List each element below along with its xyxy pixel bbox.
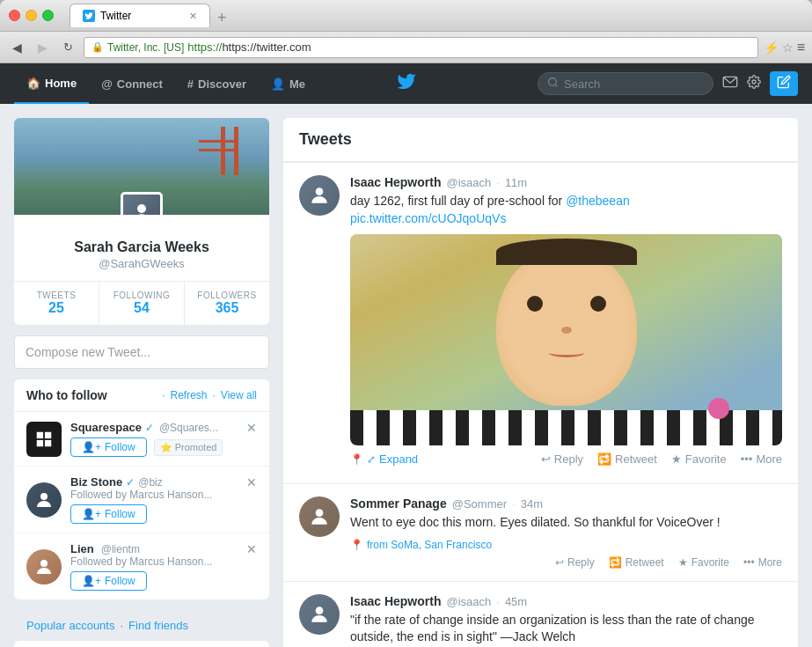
tweet-2-time: 34m [521,497,543,511]
nav-home[interactable]: 🏠 Home [14,63,89,104]
tweet-2-favorite-action[interactable]: ★ Favorite [678,556,729,569]
reply-icon: ↩ [541,452,551,466]
favorite-icon: ★ [671,452,682,466]
browser-toolbar: ◀ ▶ ↻ 🔒 Twitter, Inc. [US] https://https… [0,32,812,63]
tweet-2-reply-action[interactable]: ↩ Reply [555,556,595,569]
tweet-card-2: Sommer Panage @Sommer · 34m Went to eye … [283,484,798,582]
tweet-2-retweet-action[interactable]: 🔁 Retweet [609,556,664,569]
profile-info: Sarah Garcia Weeks @SarahGWeeks [14,215,269,281]
svg-point-12 [316,510,324,518]
tweet-2-body: Sommer Panage @Sommer · 34m Went to eye … [350,496,782,569]
view-all-link[interactable]: View all [221,389,257,401]
forward-button[interactable]: ▶ [33,38,53,57]
tweet-1-link1[interactable]: @thebeean [566,194,630,208]
biz-close-button[interactable]: ✕ [246,475,257,489]
lien-close-button[interactable]: ✕ [246,542,257,556]
svg-rect-6 [45,431,51,437]
url-text: https://https://twitter.com [187,40,311,54]
tweet-2-more-action[interactable]: ••• More [743,556,782,569]
main-feed: Tweets Isaac Hepworth @isaach · 11m [283,118,798,647]
profile-card: Sarah Garcia Weeks @SarahGWeeks TWEETS 2… [14,118,269,325]
nav-connect-label: Connect [117,77,163,91]
who-to-follow-header: Who to follow · Refresh · View all [14,379,269,412]
tweets-header: Tweets [283,118,798,162]
tweet-1-link2[interactable]: pic.twitter.com/cUOJqoUqVs [350,211,506,225]
svg-line-1 [555,85,557,86]
twitter-content: Sarah Garcia Weeks @SarahGWeeks TWEETS 2… [0,104,812,647]
back-button[interactable]: ◀ [7,38,27,57]
search-input[interactable] [564,77,687,91]
tweet-3-handle: @isaach [446,595,491,608]
search-icon [547,77,559,91]
mail-button[interactable] [722,76,738,92]
biz-handle: @biz [138,476,163,489]
tweet-1-favorite-action[interactable]: ★ Favorite [671,452,727,466]
squarespace-follow-button[interactable]: 👤+ Follow [70,437,147,457]
tweet-3-body: Isaac Hepworth @isaach · 45m "if the rat… [350,594,782,647]
lien-add-icon: 👤+ [82,575,101,587]
reload-button[interactable]: ↻ [58,38,78,56]
twitter-page: 🏠 Home @ Connect # Discover 👤 Me [0,63,812,647]
compose-tweet-box[interactable]: Compose new Tweet... [14,335,269,369]
star-button[interactable]: ☆ [782,40,794,55]
add-user-icon: 👤+ [82,441,101,453]
trends-header: Trends · Change [14,641,269,647]
reply-label: Reply [554,452,583,466]
tweet-1-expand[interactable]: Expand [379,452,418,466]
settings-button[interactable] [747,75,761,92]
tweet-1-retweet-action[interactable]: 🔁 Retweet [597,452,657,466]
nav-center [394,71,419,97]
popular-dot-separator: · [120,619,123,632]
minimize-window-button[interactable] [26,10,37,21]
followers-stat[interactable]: FOLLOWERS 365 [185,282,269,325]
dot-separator: · [162,389,165,401]
twitter-navbar: 🏠 Home @ Connect # Discover 👤 Me [0,63,812,104]
tweet-2-name: Sommer Panage [350,496,447,511]
compose-tweet-button[interactable] [770,71,798,96]
tweet-2-header: Sommer Panage @Sommer · 34m [350,496,782,511]
tweet-3-name: Isaac Hepworth [350,594,441,608]
tweet-1-more-action[interactable]: ••• More [741,452,782,466]
biz-follow-button[interactable]: 👤+ Follow [70,504,147,524]
favorite-label2: Favorite [691,556,729,569]
who-to-follow-links: · Refresh · View all [162,389,257,401]
tab-area: Twitter ✕ + [69,4,234,27]
squarespace-verified-icon: ✓ [145,422,154,434]
popular-accounts-link[interactable]: Popular accounts [26,619,114,632]
nav-connect[interactable]: @ Connect [89,63,175,104]
tweets-stat[interactable]: TWEETS 25 [14,282,99,325]
address-bar[interactable]: 🔒 Twitter, Inc. [US] https://https://twi… [84,37,758,58]
reply-label2: Reply [567,556,595,569]
squarespace-info: Squarespace ✓ @Squares... 👤+ Follow [70,421,257,457]
lien-follow-button[interactable]: 👤+ Follow [70,571,147,591]
tweet-2-location-link[interactable]: from SoMa, San Francisco [367,539,492,551]
squarespace-follow-label: Follow [105,441,135,453]
profile-name: Sarah Garcia Weeks [28,239,255,255]
more-label2: More [758,556,782,569]
maximize-window-button[interactable] [42,10,54,21]
bookmark-button[interactable]: ⚡ [764,40,779,55]
lien-info: Lien @lientm Followed by Marcus Hanson..… [70,542,257,591]
lien-avatar [26,549,62,585]
me-icon: 👤 [271,77,285,91]
refresh-link[interactable]: Refresh [170,389,207,401]
tweet-card-1: Isaac Hepworth @isaach · 11m day 1262, f… [283,162,798,484]
nav-me[interactable]: 👤 Me [259,63,318,104]
following-stat[interactable]: FOLLOWING 54 [99,282,185,325]
following-count: 54 [105,300,179,316]
search-bar[interactable] [538,72,713,95]
profile-header [14,118,269,215]
tweet-2-avatar [299,496,340,537]
tweet-card-3: Isaac Hepworth @isaach · 45m "if the rat… [283,582,798,647]
nav-discover[interactable]: # Discover [175,63,259,104]
tweet-1-reply-action[interactable]: ↩ Reply [541,452,583,466]
expand-icon: ⤢ [367,453,376,466]
menu-button[interactable]: ≡ [797,40,805,55]
new-tab-button[interactable]: + [210,9,234,27]
find-friends-link[interactable]: Find friends [128,619,188,632]
close-window-button[interactable] [9,10,20,21]
tab-close-button[interactable]: ✕ [189,11,197,22]
biz-avatar [26,482,62,518]
browser-tab-twitter[interactable]: Twitter ✕ [69,4,210,27]
squarespace-close-button[interactable]: ✕ [246,421,257,435]
